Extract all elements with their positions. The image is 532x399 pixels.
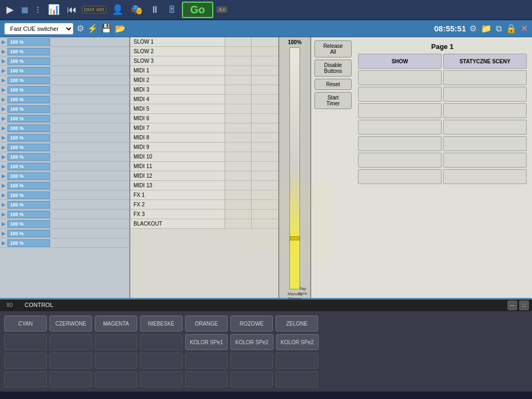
cue-row[interactable]: BLACKOUT xyxy=(130,219,278,229)
bottom-btn-r3-1[interactable] xyxy=(49,353,92,369)
fader-bar-12[interactable]: 100 % xyxy=(7,153,50,161)
go-button[interactable]: Go xyxy=(182,2,214,18)
scene-btn-3[interactable] xyxy=(358,70,442,85)
master-slider[interactable] xyxy=(289,47,300,289)
scene-btn-14[interactable] xyxy=(443,153,527,168)
bottom-btn-r1-4[interactable]: ORANGE xyxy=(185,315,228,331)
cue-row[interactable]: MIDI 12 xyxy=(130,171,278,181)
fader-bar-7[interactable]: 100 % xyxy=(7,105,50,113)
cue-row[interactable]: MIDI 6 xyxy=(130,114,278,123)
fader-bar-20[interactable]: 100 % xyxy=(7,230,50,237)
scene-btn-5[interactable] xyxy=(358,87,442,102)
scene-btn-7[interactable] xyxy=(358,103,442,118)
bottom-btn-r1-3[interactable]: NIEBESKE xyxy=(140,315,182,331)
fader-bar-18[interactable]: 100 % xyxy=(7,211,50,218)
skip-back-icon[interactable]: ⏮ xyxy=(65,3,79,16)
fader-bar-0[interactable]: 100 % xyxy=(7,38,50,46)
bottom-btn-r1-5[interactable]: ROZOWE xyxy=(230,315,273,331)
scene-btn-11[interactable] xyxy=(358,136,442,151)
cue-row[interactable]: MIDI 3 xyxy=(130,85,278,95)
bottom-btn-r4-4[interactable] xyxy=(185,371,228,387)
lightning-icon[interactable]: ⚡ xyxy=(87,23,98,34)
faders-icon[interactable]: ⫶ xyxy=(34,3,43,16)
folder2-icon[interactable]: 📁 xyxy=(481,23,492,34)
bottom-btn-r4-2[interactable] xyxy=(95,371,137,387)
cue-row[interactable]: MIDI 2 xyxy=(130,76,278,85)
cue-row[interactable]: MIDI 9 xyxy=(130,143,278,152)
fader-bar-15[interactable]: 100 % xyxy=(7,182,50,189)
fader-bar-16[interactable]: 100 % xyxy=(7,192,50,199)
minimize-button[interactable]: — xyxy=(508,301,517,310)
bottom-btn-r2-1[interactable] xyxy=(49,334,92,350)
scene-btn-8[interactable] xyxy=(443,103,527,118)
fader-bar-17[interactable]: 100 % xyxy=(7,201,50,209)
bottom-btn-r3-2[interactable] xyxy=(95,353,137,369)
fader-bar-2[interactable]: 100 % xyxy=(7,57,50,65)
fader-bar-1[interactable]: 100 % xyxy=(7,48,50,55)
bottom-btn-r1-0[interactable]: CYAN xyxy=(4,315,47,331)
cue-row[interactable]: SLOW 3 xyxy=(130,56,278,66)
bottom-btn-r1-2[interactable]: MAGENTA xyxy=(95,315,137,331)
bottom-btn-r2-4[interactable]: KOLOR SPe1 xyxy=(185,334,228,350)
cue-row[interactable]: MIDI 4 xyxy=(130,95,278,104)
close-icon[interactable]: ✕ xyxy=(521,23,528,34)
cue-row[interactable]: MIDI 13 xyxy=(130,181,278,190)
pause-icon[interactable]: ⏸ xyxy=(148,3,162,16)
scene-btn-12[interactable] xyxy=(443,136,527,151)
reset-button[interactable]: Reset xyxy=(314,79,352,90)
bottom-btn-r4-6[interactable] xyxy=(276,371,318,387)
bottom-btn-r1-6[interactable]: ZELONE xyxy=(276,315,318,331)
person-icon[interactable]: 👤 xyxy=(110,3,126,16)
scene-btn-13[interactable] xyxy=(358,153,442,168)
bottom-btn-r3-4[interactable] xyxy=(185,353,228,369)
grid-icon[interactable]: ▦ xyxy=(19,4,30,15)
scene-btn-6[interactable] xyxy=(443,87,527,102)
start-timer-button[interactable]: Start Timer xyxy=(314,92,352,109)
bottom-btn-r1-1[interactable]: CZERWONE xyxy=(49,315,92,331)
save-icon[interactable]: 💾 xyxy=(101,23,112,34)
fader-bar-21[interactable]: 100 % xyxy=(7,239,50,247)
fader-bar-14[interactable]: 100 % xyxy=(7,172,50,180)
person2-icon[interactable]: 🎭 xyxy=(129,3,145,16)
bottom-btn-r3-0[interactable] xyxy=(4,353,47,369)
release-all-button[interactable]: ReleaseAll xyxy=(314,40,352,57)
scene-btn-16[interactable] xyxy=(443,169,527,184)
cue-row[interactable]: MIDI 8 xyxy=(130,133,278,143)
fader-bar-6[interactable]: 100 % xyxy=(7,96,50,103)
bottom-btn-r2-0[interactable] xyxy=(4,334,47,350)
fader-bar-5[interactable]: 100 % xyxy=(7,86,50,94)
cue-row[interactable]: MIDI 10 xyxy=(130,152,278,162)
settings2-icon[interactable]: ⚙ xyxy=(469,23,477,34)
scene-btn-9[interactable] xyxy=(358,120,442,135)
statyczne-sceny-button[interactable]: STATYCZNE SCENY xyxy=(443,54,527,69)
cue-row[interactable]: MIDI 1 xyxy=(130,66,278,76)
cue-row[interactable]: FX 1 xyxy=(130,190,278,200)
scene-btn-15[interactable] xyxy=(358,169,442,184)
bottom-btn-r4-3[interactable] xyxy=(140,371,182,387)
adjust-icon[interactable]: 🎚 xyxy=(165,3,179,16)
maximize-button[interactable]: □ xyxy=(519,301,529,310)
bottom-btn-r4-0[interactable] xyxy=(4,371,47,387)
fader-bar-3[interactable]: 100 % xyxy=(7,67,50,74)
bottom-btn-r3-3[interactable] xyxy=(140,353,182,369)
cue-row[interactable]: FX 2 xyxy=(130,200,278,210)
bottom-btn-r4-1[interactable] xyxy=(49,371,92,387)
settings-icon[interactable]: ⚙ xyxy=(77,23,84,34)
cue-row[interactable]: MIDI 11 xyxy=(130,162,278,171)
cue-row[interactable]: FX 3 xyxy=(130,210,278,219)
folder-icon[interactable]: 📂 xyxy=(115,23,126,34)
lock-icon[interactable]: 🔒 xyxy=(506,23,517,34)
tab-control[interactable]: CONTROL xyxy=(21,301,56,310)
scene-btn-4[interactable] xyxy=(443,70,527,85)
fader-bar-10[interactable]: 100 % xyxy=(7,134,50,142)
bottom-btn-r2-5[interactable]: KOLOR SPe2 xyxy=(230,334,273,350)
bottom-btn-r3-6[interactable] xyxy=(276,353,318,369)
play-icon[interactable]: ▶ xyxy=(4,3,16,16)
fader-bar-9[interactable]: 100 % xyxy=(7,124,50,132)
cue-switcher-select[interactable]: Fast CUE switcher xyxy=(4,23,73,35)
cue-row[interactable]: MIDI 5 xyxy=(130,104,278,114)
disable-buttons-button[interactable]: Disable Buttons xyxy=(314,60,352,77)
scene-btn-10[interactable] xyxy=(443,120,527,135)
show-button[interactable]: SHOW xyxy=(358,54,442,69)
cue-row[interactable]: MIDI 7 xyxy=(130,123,278,133)
